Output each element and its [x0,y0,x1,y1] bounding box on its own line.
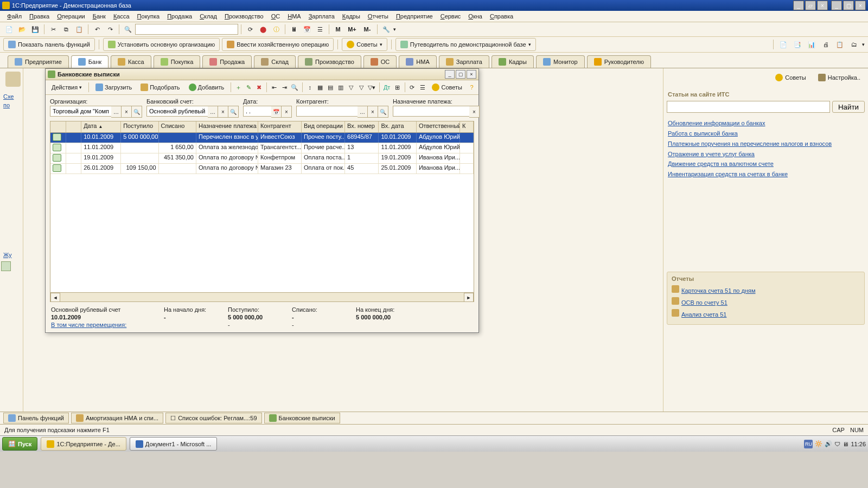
right-tips-button[interactable]: Советы [771,72,810,84]
menu-ос[interactable]: ОС [267,12,284,21]
start-button[interactable]: 🪟 Пуск [2,437,37,451]
col-6[interactable]: Контрагент [258,121,302,132]
its-link-1[interactable]: Работа с выпиской банка [668,130,864,138]
add-icon[interactable]: ＋ [234,81,243,93]
org-clear-icon[interactable]: × [122,106,132,118]
new-doc-icon[interactable]: 📄 [3,23,15,35]
menu-окна[interactable]: Окна [464,12,486,21]
col-10[interactable]: Ответственный [417,121,460,132]
doctab-panel[interactable]: Панель функций [3,413,69,423]
tray-icon-3[interactable]: 🛡 [834,441,840,447]
nav-next-icon[interactable]: ⇥ [280,81,289,93]
refresh-icon[interactable]: ⟳ [244,23,256,35]
table-row[interactable]: 10.01.20095 000 000,00Перечислен взнос в… [50,133,474,143]
org-search-icon[interactable]: 🔍 [132,106,142,118]
col-0[interactable] [50,121,66,132]
list2-icon[interactable]: ☰ [418,81,427,93]
menu-сервис[interactable]: Сервис [437,12,465,21]
side-link-journal[interactable]: Жу [3,252,22,258]
help-icon[interactable]: ⓘ [270,23,282,35]
doctab-amort[interactable]: Амортизация НМА и спи... [71,413,163,423]
search-input[interactable] [135,24,238,35]
report-link-1[interactable]: ОСВ по счету 51 [672,297,860,307]
window-close-icon[interactable]: × [855,1,866,10]
memory-mminus[interactable]: M- [360,23,374,35]
inner-restore-icon[interactable]: ▱ [805,1,816,10]
acc-input[interactable] [146,106,208,117]
pick-button[interactable]: Подобрать [137,81,183,93]
struct-icon[interactable]: ⊞ [393,81,402,93]
col-7[interactable]: Вид операции [302,121,345,132]
calc-icon[interactable]: 🖩 [288,23,300,35]
contr-search-icon[interactable]: 🔍 [378,106,388,118]
list-icon[interactable]: ☰ [314,23,326,35]
contr-dots-icon[interactable]: … [358,106,368,118]
nav-prev-icon[interactable]: ⇤ [270,81,279,93]
window-minimize-icon[interactable]: _ [831,1,842,10]
menu-операции[interactable]: Операции [53,12,88,21]
table-row[interactable]: 11.01.20091 650,00Оплата за железнодор..… [50,143,474,153]
tray-icon-1[interactable]: 🔆 [815,440,822,447]
table-row[interactable]: 19.01.2009451 350,00Оплата по договору №… [50,153,474,164]
report-link-0[interactable]: Карточка счета 51 по дням [672,285,860,295]
task-1c[interactable]: 1С:Предприятие - Де... [41,437,126,451]
its-find-button[interactable]: Найти [832,101,865,113]
its-link-4[interactable]: Движение средств на валютном счете [668,160,864,168]
inner-close-icon[interactable]: × [817,1,828,10]
menu-предприятие[interactable]: Предприятие [392,12,437,21]
acc-dots-icon[interactable]: … [208,106,218,118]
filter2-icon[interactable]: ▤ [326,81,335,93]
add-button[interactable]: Добавить [185,81,228,93]
menu-банк[interactable]: Банк [89,12,110,21]
scroll-left-icon[interactable]: ◄ [50,293,60,302]
funnel2-icon[interactable]: ▽ [357,81,366,93]
filter3-icon[interactable]: ▥ [336,81,346,93]
its-link-3[interactable]: Отражение в учете услуг банка [668,150,864,158]
report-link-2[interactable]: Анализ счета 51 [672,309,860,319]
menu-зарплата[interactable]: Зарплата [305,12,339,21]
col-5[interactable]: Назначение платежа [196,121,258,132]
contr-input[interactable] [296,106,358,117]
memory-mplus[interactable]: M+ [345,23,359,35]
col-1[interactable] [66,121,82,132]
funnel1-icon[interactable]: ▽ [347,81,356,93]
tab-монитор[interactable]: Монитор [536,55,585,68]
tray-icon-2[interactable]: 🔊 [825,440,832,447]
acc-search-icon[interactable]: 🔍 [228,106,239,118]
tab-продажа[interactable]: Продажа [202,55,252,68]
tray-clock[interactable]: 11:26 [851,441,866,447]
doctab-bank[interactable]: Банковские выписки [264,413,340,423]
actions-button[interactable]: Действия ▾ [48,81,86,93]
menu-продажа[interactable]: Продажа [163,12,196,21]
dt-icon[interactable]: Дт [382,81,392,93]
subwin-tips-button[interactable]: Советы [428,81,465,93]
subwin-maximize-icon[interactable]: ▢ [456,70,465,79]
menu-производство[interactable]: Производство [221,12,267,21]
side-link-po[interactable]: по [3,102,22,108]
delete-icon[interactable]: ✖ [254,81,264,93]
memory-m[interactable]: M [332,23,344,35]
tab-касса[interactable]: Касса [111,55,151,68]
quick1-icon[interactable]: 📄 [777,38,789,50]
menu-склад[interactable]: Склад [196,12,221,21]
org-dots-icon[interactable]: … [111,106,122,118]
redo-icon[interactable]: ↷ [104,23,116,35]
tab-производство[interactable]: Производство [298,55,361,68]
filter1-icon[interactable]: ▦ [316,81,325,93]
side-doc-icon[interactable] [1,261,11,271]
cut-icon[interactable]: ✂ [47,23,59,35]
its-link-2[interactable]: Платежные поручения на перечисление нало… [668,140,864,148]
open-icon[interactable]: 📂 [16,23,28,35]
scroll-right-icon[interactable]: ► [464,293,474,302]
guide-button[interactable]: Путеводитель по демонстрационной базе▾ [395,38,536,51]
quick4-icon[interactable]: 🖨 [820,38,832,50]
date-input[interactable] [243,106,271,117]
menu-кадры[interactable]: Кадры [339,12,364,21]
grid-hscroll[interactable]: ◄ ► [50,292,474,301]
purp-input[interactable] [393,106,469,117]
task-word[interactable]: Документ1 - Microsoft ... [130,437,218,451]
col-4[interactable]: Списано [159,121,196,132]
lang-indicator[interactable]: RU [804,440,813,448]
tab-склад[interactable]: Склад [254,55,296,68]
subwin-help-icon[interactable]: ? [467,81,476,93]
